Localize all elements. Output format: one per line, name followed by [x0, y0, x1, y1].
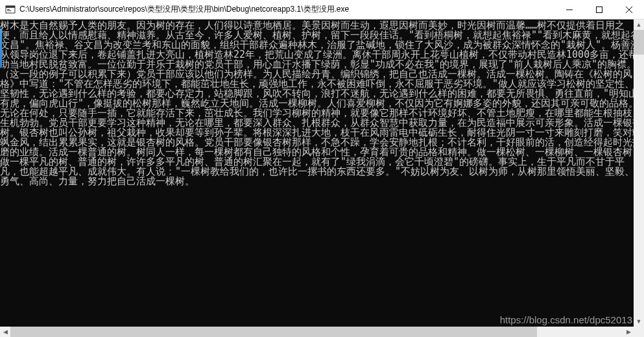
svg-rect-1 [6, 6, 15, 8]
scroll-down-arrow-icon[interactable]: ▼ [634, 316, 644, 327]
horizontal-scroll-track[interactable] [10, 327, 623, 337]
scrollbar-corner [634, 327, 644, 337]
title-bar[interactable]: C:\Users\Administrator\source\repos\类型没用… [0, 0, 644, 19]
horizontal-scroll-thumb[interactable] [10, 327, 537, 337]
watermark: https://blog.csdn.net/dpc52013 [500, 314, 632, 325]
window-title: C:\Users\Administrator\source\repos\类型没用… [19, 4, 555, 15]
left-edge-mark [0, 162, 1, 168]
scroll-up-arrow-icon[interactable]: ▲ [634, 19, 644, 30]
vertical-scroll-thumb[interactable] [634, 30, 644, 55]
svg-rect-3 [7, 10, 11, 11]
svg-rect-2 [7, 9, 10, 10]
horizontal-scrollbar[interactable]: ◀ ▶ [0, 327, 634, 337]
minimize-button[interactable] [555, 0, 584, 19]
console-text: 树木是大自然赐予人类的朋友。因为树的存在，人们得以诗意地栖居。美景因树而生动，遐… [0, 21, 644, 186]
scroll-right-arrow-icon[interactable]: ▶ [623, 327, 634, 337]
left-edge-overlay [0, 29, 2, 68]
vertical-scrollbar[interactable]: ▲ ▼ [634, 19, 644, 327]
scroll-left-arrow-icon[interactable]: ◀ [0, 327, 10, 337]
vertical-scroll-track[interactable] [634, 30, 644, 316]
console-output[interactable]: 树木是大自然赐予人类的朋友。因为树的存在，人们得以诗意地栖居。美景因树而生动，遐… [0, 19, 644, 337]
app-icon [5, 5, 16, 15]
svg-rect-5 [597, 6, 602, 12]
close-button[interactable] [614, 0, 644, 19]
maximize-button[interactable] [584, 0, 614, 19]
window-controls [555, 0, 644, 19]
